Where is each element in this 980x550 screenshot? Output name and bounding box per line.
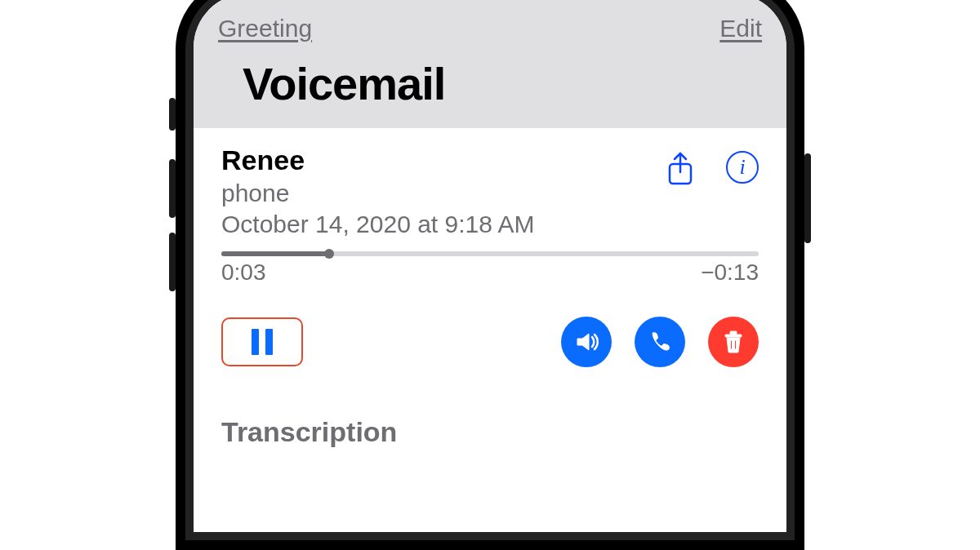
svg-rect-3 — [731, 340, 733, 349]
caller-name: Renee — [221, 144, 664, 176]
pause-icon — [265, 329, 273, 355]
svg-rect-2 — [730, 331, 737, 335]
speaker-button[interactable] — [561, 317, 612, 367]
phone-icon — [648, 330, 672, 354]
screen: Greeting Edit Voicemail Renee phone Octo… — [194, 0, 786, 532]
caller-source: phone — [221, 180, 664, 207]
call-back-button[interactable] — [635, 317, 685, 367]
greeting-link[interactable]: Greeting — [218, 15, 312, 42]
phone-volume-down — [169, 233, 176, 291]
trash-icon — [722, 330, 745, 354]
time-elapsed: 0:03 — [221, 259, 266, 286]
pause-icon — [252, 329, 259, 355]
delete-button[interactable] — [708, 317, 759, 367]
playback-thumb[interactable] — [324, 249, 334, 259]
phone-frame: Greeting Edit Voicemail Renee phone Octo… — [176, 0, 804, 550]
phone-bezel: Greeting Edit Voicemail Renee phone Octo… — [176, 0, 804, 550]
edit-link[interactable]: Edit — [719, 15, 762, 42]
transcription-heading: Transcription — [221, 416, 759, 448]
speaker-icon — [572, 328, 600, 356]
voicemail-item: Renee phone October 14, 2020 at 9:18 AM — [194, 128, 786, 448]
time-remaining: −0:13 — [701, 259, 759, 286]
playback-progress-fill — [221, 251, 329, 256]
page-title: Voicemail — [218, 49, 762, 120]
share-icon[interactable] — [664, 151, 697, 190]
voicemail-timestamp: October 14, 2020 at 9:18 AM — [221, 211, 664, 238]
phone-side-switch — [169, 98, 176, 131]
phone-power-button — [804, 153, 811, 243]
phone-volume-up — [169, 159, 176, 218]
svg-rect-4 — [735, 340, 737, 349]
nav-bar: Greeting Edit — [218, 8, 762, 49]
pause-button[interactable] — [221, 317, 303, 366]
playback-scrubber[interactable] — [221, 251, 759, 256]
header: Greeting Edit Voicemail — [194, 0, 786, 128]
info-icon[interactable]: i — [726, 151, 759, 184]
